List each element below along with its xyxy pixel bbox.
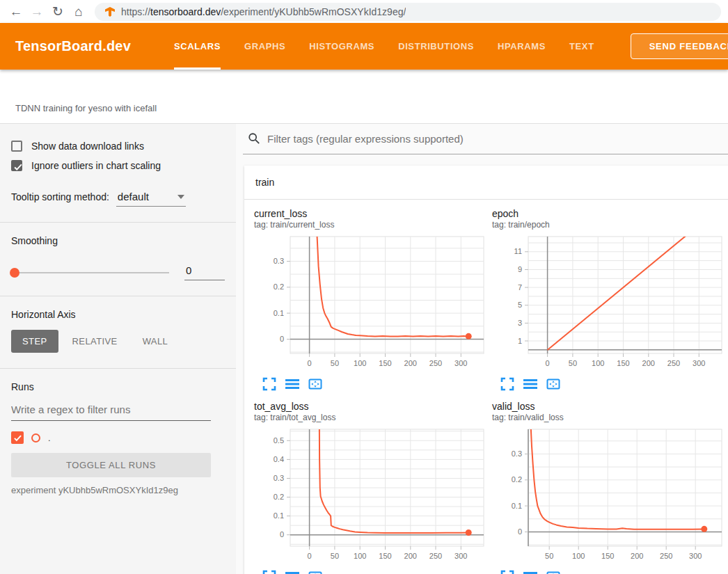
chart-cell-current-loss: current_loss tag: train/current_loss 050… <box>254 208 492 391</box>
ignore-outliers-checkbox[interactable]: Ignore outliers in chart scaling <box>0 156 236 175</box>
nav-tabs: SCALARS GRAPHS HISTOGRAMS DISTRIBUTIONS … <box>174 23 594 70</box>
show-download-links-checkbox[interactable]: Show data download links <box>0 136 236 156</box>
svg-text:0.1: 0.1 <box>512 502 522 510</box>
svg-text:0.3: 0.3 <box>274 257 284 265</box>
svg-text:50: 50 <box>569 359 577 367</box>
forward-button[interactable]: → <box>28 3 46 21</box>
axis-step-button[interactable]: STEP <box>11 330 58 353</box>
checkbox-label: Show data download links <box>31 141 144 152</box>
smoothing-label: Smoothing <box>11 235 225 246</box>
tooltip-sorting-select[interactable]: default <box>116 189 186 207</box>
toggle-all-runs-button[interactable]: TOGGLE ALL RUNS <box>11 453 211 477</box>
data-table-icon[interactable] <box>523 570 537 574</box>
svg-text:0: 0 <box>308 359 312 367</box>
url-text: https://tensorboard.dev/experiment/yKUbh… <box>121 6 406 17</box>
svg-text:100: 100 <box>592 359 604 367</box>
svg-text:200: 200 <box>631 552 643 560</box>
fit-domain-icon[interactable] <box>308 377 322 391</box>
experiment-name-label: experiment yKUbhb5wRmOSXYkId1z9eg <box>11 485 225 495</box>
svg-text:0.5: 0.5 <box>274 436 284 445</box>
chart-plot-current-loss[interactable]: 05010015020025030000.10.20.3 <box>254 234 488 373</box>
divider <box>0 222 236 223</box>
svg-text:0.3: 0.3 <box>512 449 522 458</box>
svg-text:0: 0 <box>280 335 284 343</box>
svg-text:7: 7 <box>518 283 522 292</box>
svg-text:300: 300 <box>454 552 467 560</box>
fit-domain-icon[interactable] <box>546 377 560 391</box>
checkbox-label: Ignore outliers in chart scaling <box>31 160 161 171</box>
chart-title: tot_avg_loss <box>254 401 492 412</box>
tab-distributions[interactable]: DISTRIBUTIONS <box>398 23 474 70</box>
checkbox-icon <box>11 141 22 152</box>
svg-text:150: 150 <box>379 552 391 560</box>
fit-domain-icon[interactable] <box>546 570 560 574</box>
app-header: TensorBoard.dev SCALARS GRAPHS HISTOGRAM… <box>0 23 728 70</box>
run-name: . <box>48 433 51 443</box>
axis-wall-button[interactable]: WALL <box>132 330 180 353</box>
svg-text:3: 3 <box>518 319 522 327</box>
svg-text:200: 200 <box>404 552 417 560</box>
svg-text:0.4: 0.4 <box>274 455 284 463</box>
svg-text:0.2: 0.2 <box>274 282 284 291</box>
expand-chart-icon[interactable] <box>262 570 276 574</box>
slider-thumb[interactable] <box>10 268 19 278</box>
svg-text:300: 300 <box>689 552 702 560</box>
svg-text:0.3: 0.3 <box>274 474 284 482</box>
svg-text:100: 100 <box>354 552 366 560</box>
data-table-icon[interactable] <box>285 570 299 574</box>
selected-value: default <box>118 191 149 202</box>
chart-cell-valid-loss: valid_loss tag: train/valid_loss 5010015… <box>492 401 728 574</box>
divider <box>0 368 236 369</box>
axis-relative-button[interactable]: RELATIVE <box>61 330 129 353</box>
address-bar[interactable]: https://tensorboard.dev/experiment/yKUbh… <box>95 3 721 21</box>
chart-title: valid_loss <box>492 401 728 412</box>
svg-text:100: 100 <box>354 359 366 367</box>
tab-text[interactable]: TEXT <box>569 23 594 70</box>
tab-histograms[interactable]: HISTOGRAMS <box>309 23 374 70</box>
expand-chart-icon[interactable] <box>500 570 514 574</box>
reload-button[interactable]: ↻ <box>49 3 67 21</box>
svg-text:50: 50 <box>331 552 339 560</box>
svg-text:250: 250 <box>429 359 442 367</box>
browser-toolbar: ← → ↻ ⌂ https://tensorboard.dev/experime… <box>0 0 728 23</box>
svg-text:50: 50 <box>545 552 553 560</box>
run-checkbox[interactable] <box>11 431 24 444</box>
divider <box>0 296 236 296</box>
chart-title: epoch <box>492 208 728 219</box>
back-button[interactable]: ← <box>7 3 25 21</box>
horizontal-axis-label: Horizontal Axis <box>11 309 225 320</box>
tab-hparams[interactable]: HPARAMS <box>498 23 546 70</box>
expand-chart-icon[interactable] <box>262 377 276 391</box>
svg-text:200: 200 <box>404 359 417 367</box>
tensorboard-favicon <box>104 6 116 17</box>
fit-domain-icon[interactable] <box>308 570 322 574</box>
data-table-icon[interactable] <box>285 377 299 391</box>
home-button[interactable]: ⌂ <box>70 3 88 21</box>
svg-text:250: 250 <box>667 359 680 367</box>
chart-plot-epoch[interactable]: 0501001502002503001357911 <box>492 234 726 373</box>
chart-tag: tag: train/tot_avg_loss <box>254 413 492 422</box>
tab-scalars[interactable]: SCALARS <box>174 23 221 70</box>
svg-text:0.2: 0.2 <box>274 493 284 501</box>
svg-text:0: 0 <box>280 530 284 539</box>
smoothing-value-input[interactable] <box>184 264 225 280</box>
experiment-title: TDNN training for yesno with icefall <box>0 103 157 123</box>
runs-filter-input[interactable] <box>11 404 211 421</box>
filter-tags-input[interactable] <box>267 133 728 145</box>
search-icon <box>248 132 260 145</box>
svg-text:150: 150 <box>617 359 629 367</box>
expand-chart-icon[interactable] <box>500 377 514 391</box>
send-feedback-button[interactable]: SEND FEEDBACK <box>631 33 728 59</box>
chart-plot-valid-loss[interactable]: 5010015020025030000.10.20.3 <box>492 426 726 566</box>
run-row[interactable]: . <box>11 431 225 444</box>
svg-text:300: 300 <box>454 359 467 367</box>
svg-text:0: 0 <box>308 552 312 560</box>
svg-text:0.2: 0.2 <box>512 475 522 484</box>
tab-graphs[interactable]: GRAPHS <box>244 23 285 70</box>
section-train-header[interactable]: train <box>244 166 728 200</box>
smoothing-slider[interactable] <box>11 272 169 273</box>
data-table-icon[interactable] <box>523 377 537 391</box>
svg-text:200: 200 <box>642 359 655 367</box>
chart-plot-tot-avg-loss[interactable]: 05010015020025030000.10.20.30.40.5 <box>254 426 488 566</box>
chevron-down-icon <box>177 195 184 199</box>
